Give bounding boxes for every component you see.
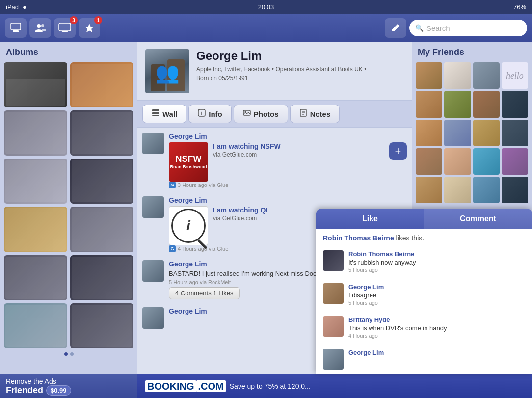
tab-notes[interactable]: Notes: [290, 105, 340, 123]
last-commenter-name: George Lim: [348, 349, 384, 370]
post-avatar: [142, 260, 164, 282]
profile-meta: Apple Inc, Twitter, Facebook • Operation…: [196, 65, 404, 82]
overlay-header: Like Comment: [316, 209, 532, 229]
album-thumb[interactable]: [4, 255, 67, 300]
friend-thumb[interactable]: [444, 91, 471, 117]
post-avatar: [142, 133, 164, 154]
price-badge: $0.99: [46, 385, 71, 396]
profile-info: George Lim Apple Inc, Twitter, Facebook …: [196, 49, 404, 82]
profile-photo-img: [145, 49, 189, 93]
friend-thumb[interactable]: [502, 148, 528, 175]
friend-thumb[interactable]: [444, 120, 471, 146]
post-comments-button[interactable]: 4 Comments 1 Likes: [169, 287, 240, 299]
svg-rect-12: [243, 110, 250, 115]
album-thumb[interactable]: [4, 110, 67, 156]
friend-thumb[interactable]: [444, 62, 471, 89]
friend-thumb[interactable]: [502, 177, 528, 203]
friend-thumb[interactable]: [473, 120, 500, 146]
booking-promo: Save up to 75% at 120,0...: [230, 382, 311, 390]
booking-ad-bar[interactable]: BOOKING.COM Save up to 75% at 120,0...: [137, 374, 532, 398]
friend-thumb[interactable]: [473, 177, 500, 203]
people-button[interactable]: [29, 18, 51, 38]
top-nav-bar: 3 1 🔍 Search: [0, 14, 532, 42]
tab-wall[interactable]: Wall: [142, 105, 186, 123]
tab-photos[interactable]: Photos: [234, 105, 288, 123]
friend-thumb[interactable]: hello: [502, 62, 528, 89]
post-author: George Lim: [169, 196, 407, 204]
favorites-button[interactable]: 1: [79, 18, 100, 38]
album-thumb[interactable]: [70, 207, 133, 252]
comment-overlay: Like Comment Robin Thomas Beirne likes t…: [316, 209, 532, 374]
comment-avatar: [323, 283, 344, 304]
album-thumb[interactable]: [4, 159, 67, 204]
post-image-nsfw: NSFW Brian Brushwood: [169, 142, 208, 182]
svg-point-2: [37, 24, 41, 28]
comment-body: Brittany Hyde This is when DVR's come in…: [348, 316, 525, 339]
messages-button[interactable]: 3: [54, 18, 76, 38]
friend-thumb[interactable]: [416, 177, 442, 203]
album-thumb[interactable]: [70, 303, 133, 348]
tab-wall-label: Wall: [162, 110, 177, 118]
search-icon: 🔍: [415, 24, 424, 32]
album-thumb[interactable]: [70, 159, 133, 204]
svg-rect-7: [152, 109, 159, 111]
friend-thumb[interactable]: [473, 148, 500, 175]
likes-text: Robin Thomas Beirne likes this.: [316, 229, 532, 245]
friend-thumb[interactable]: [502, 120, 528, 146]
svg-rect-4: [59, 23, 71, 31]
friend-thumb[interactable]: [473, 91, 500, 117]
album-thumb[interactable]: [4, 62, 67, 107]
post-plus-button[interactable]: +: [389, 142, 407, 160]
comment-body: Robin Thomas Beirne It's rubbish now any…: [348, 250, 525, 273]
album-thumb[interactable]: [4, 207, 67, 252]
friend-thumb[interactable]: [444, 177, 471, 203]
friend-thumb[interactable]: [416, 148, 442, 175]
app-name: Friended: [6, 385, 43, 396]
glue-icon: G: [169, 182, 176, 188]
tab-notes-label: Notes: [310, 110, 331, 118]
profile-name: George Lim: [196, 49, 404, 63]
friend-thumb[interactable]: [416, 120, 442, 146]
friend-thumb[interactable]: [444, 148, 471, 175]
albums-title: Albums: [4, 47, 133, 57]
search-box[interactable]: 🔍 Search: [409, 20, 527, 36]
favorites-badge: 1: [94, 16, 102, 24]
comment-time: 5 Hours ago: [348, 267, 525, 273]
post-avatar: [142, 196, 164, 218]
album-thumb[interactable]: [4, 303, 67, 348]
home-button[interactable]: [5, 18, 27, 38]
post-link[interactable]: I am watching NSFW: [213, 142, 384, 150]
friend-thumb[interactable]: [502, 91, 528, 117]
comment-button[interactable]: Comment: [424, 209, 532, 229]
svg-marker-5: [85, 24, 94, 32]
booking-tld: .COM: [196, 380, 226, 392]
friend-thumb[interactable]: [416, 91, 442, 117]
comment-avatar: [323, 316, 344, 337]
profile-photo: [145, 49, 189, 93]
remove-ads-text: Remove the Ads: [6, 377, 71, 385]
post-body: NSFW Brian Brushwood I am watching NSFW …: [169, 142, 407, 182]
friend-thumb[interactable]: [416, 62, 442, 89]
comment-text: It's rubbish now anyway: [348, 259, 525, 266]
tab-photos-label: Photos: [254, 110, 279, 118]
album-thumb[interactable]: [70, 110, 133, 156]
friend-thumb[interactable]: [473, 62, 500, 89]
wall-icon: [152, 109, 160, 119]
album-thumb[interactable]: [70, 255, 133, 300]
info-icon: i: [198, 109, 206, 119]
like-button[interactable]: Like: [316, 209, 424, 229]
edit-button[interactable]: [385, 18, 406, 38]
post-author: George Lim: [169, 133, 407, 140]
album-thumb[interactable]: [70, 62, 133, 107]
remove-ads-bar[interactable]: Remove the Ads Friended $0.99: [0, 374, 137, 398]
comment-time: 4 Hours ago: [348, 333, 525, 339]
comment-author: George Lim: [348, 283, 525, 291]
post-timestamp: G 3 Hours ago via Glue: [169, 182, 407, 188]
tab-info[interactable]: i Info: [188, 105, 232, 123]
comment-author: Brittany Hyde: [348, 316, 525, 323]
messages-badge: 3: [70, 16, 78, 24]
search-placeholder: Search: [426, 24, 450, 32]
svg-point-3: [41, 24, 44, 27]
status-time: 20:03: [258, 3, 274, 11]
svg-rect-9: [152, 115, 159, 116]
